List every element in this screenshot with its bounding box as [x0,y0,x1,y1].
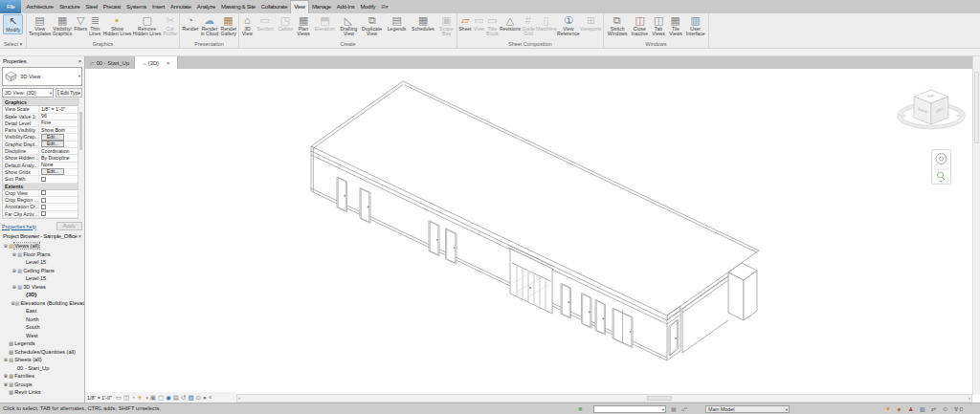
browser-item-east[interactable]: East [0,307,84,316]
browser-item-schedules-quantities-all-[interactable]: ▦Schedules/Quantities (all) [0,348,84,357]
revisions-button[interactable]: △Revisions [500,14,522,33]
three-d-view-button[interactable]: ⌂3D View [240,14,255,38]
reveal-hidden-icon[interactable]: ▨ [188,393,193,402]
duplicate-view-button[interactable]: ⧉Duplicate View [360,14,386,38]
browser-item-floor-plans[interactable]: ⊟▦Floor Plans [0,251,84,259]
plan-views-button[interactable]: ▦Plan Views [295,14,312,38]
matchline-button[interactable]: ▯Matchline [535,14,557,33]
close-inactive-button[interactable]: ◫Close Inactive [630,14,651,38]
legends-button[interactable]: ▤Legends [385,14,409,33]
visibility-graphics-button[interactable]: ▦Visibility/ Graphics [52,14,73,38]
property-value[interactable]: Edit... [39,168,79,175]
filters-button[interactable]: ▽Filters [73,14,88,33]
editable-only-icon[interactable]: ▼ [885,405,891,413]
rendering-dialog-icon[interactable]: ▣ [150,393,156,402]
scale-icon[interactable]: ▭ [116,393,122,402]
property-value[interactable]: None [39,162,79,168]
crop-view-icon[interactable]: ▢ [158,393,164,402]
browser-item-elevations-building-elevation-[interactable]: ⊟▦Elevations (Building Elevation) [0,299,84,308]
browser-item-sheets-all-[interactable]: ⊟▦Sheets (all) [0,356,84,364]
ribbon-tab-massing-site[interactable]: Massing & Site [218,0,258,13]
tab-views-button[interactable]: ◫Tab Views [651,14,667,38]
browser-item-3d-views[interactable]: ⊟▦3D Views [0,283,84,292]
scroll-left-icon[interactable]: ‹ [238,395,240,402]
view-tab-00-start-up[interactable]: ▱00 - Start_Up [85,56,135,69]
edit-button[interactable]: Edit... [41,134,64,141]
checkbox[interactable] [41,198,46,203]
tile-views-button[interactable]: ▦Tile Views [667,14,683,38]
schedules-button[interactable]: ▦Schedules [409,14,437,33]
design-option-combo[interactable]: Main Model▾ [705,405,790,413]
drafting-view-button[interactable]: ◺Drafting View [338,14,360,38]
hide-isolate-icon[interactable]: ↺ [181,393,186,402]
worksharing-display-icon[interactable]: ⊙ [196,393,201,402]
viewports-button[interactable]: ⊞Viewports [580,14,602,33]
remove-hidden-lines-button[interactable]: ▢Remove Hidden Lines [132,14,163,38]
ribbon-tab-precast[interactable]: Precast [100,0,123,13]
checkbox[interactable] [41,190,46,195]
view-on-sheet-button[interactable]: ▭View [473,14,486,33]
property-value[interactable]: Fine [39,120,79,126]
property-value[interactable] [39,176,79,183]
ribbon-tab-insert[interactable]: Insert [149,0,167,13]
browser-item-legends[interactable]: ▦Legends [0,339,84,348]
view-templates-button[interactable]: ▤View Templates [28,14,52,38]
browser-item--3d-[interactable]: {3D} [0,291,84,299]
property-value[interactable] [39,210,79,217]
guide-grid-button[interactable]: #Guide Grid [521,14,535,38]
section-button[interactable]: ▭Section [255,14,276,33]
editable-only-icon[interactable]: ▦ [671,405,677,413]
switch-windows-button[interactable]: ⧉Switch Windows [605,14,630,38]
ribbon-tab-modify[interactable]: Modify [357,0,378,13]
ribbon-tab-view[interactable]: View [290,0,309,13]
title-block-button[interactable]: ▭Title Block [486,14,500,38]
property-value[interactable] [39,189,79,196]
checkbox[interactable] [41,177,46,182]
browser-item-north[interactable]: North [0,316,84,324]
ribbon-tab-analyze[interactable]: Analyze [194,0,218,13]
temp-view-properties-icon[interactable]: ● [203,393,207,402]
browser-item-ceiling-plans[interactable]: ⊟▦Ceiling Plans [0,267,84,275]
browser-item-west[interactable]: West [0,332,84,340]
ribbon-tab-steel[interactable]: Steel [83,0,100,13]
property-value[interactable] [39,197,79,204]
link-icon[interactable]: ◈ [897,405,902,413]
drawing-area[interactable]: TOP BACK LEFT ▾ [85,69,972,395]
scroll-right-icon[interactable]: › [969,395,970,402]
properties-help-link[interactable]: Properties help [2,224,36,229]
property-value[interactable]: Coordination [39,148,79,155]
detail-level-icon[interactable]: ◫ [123,393,129,402]
modify-cursor-button[interactable]: ↖Modify [3,14,24,34]
visual-style-icon[interactable]: ◔ [131,393,135,402]
ribbon-tab-file[interactable]: File [0,0,21,13]
sheet-button[interactable]: ▱Sheet [458,14,473,33]
thin-lines-button[interactable]: ≣Thin Lines [88,14,101,38]
apply-button[interactable]: Apply [56,222,82,230]
lock-view-icon[interactable]: ▤ [173,393,179,402]
type-selector[interactable]: 3D View ▾ [2,67,82,86]
close-icon[interactable]: × [78,233,81,239]
properties-scrollbar[interactable] [78,104,83,220]
browser-item-revit-links[interactable]: ▦Revit Links [0,388,84,397]
render-in-cloud-button[interactable]: ☁Render in Cloud [199,14,219,38]
ribbon-tab-add-ins[interactable]: Add-Ins [334,0,358,13]
browser-item-views-all-[interactable]: ⊟▦Views (all) [0,242,84,251]
sun-path-icon[interactable]: ☀ [137,393,143,402]
browser-item-families[interactable]: ⊞▦Families [0,372,84,381]
view-tab--3d-[interactable]: ⌂{3D}× [135,56,178,69]
property-value[interactable]: 1/8" = 1'-0" [39,106,79,113]
view-reference-button[interactable]: ①View Reference [557,14,580,38]
checkbox[interactable] [41,211,46,216]
viewcube[interactable]: TOP BACK LEFT [894,81,980,153]
property-value[interactable]: Edit... [39,141,79,147]
user-interface-button[interactable]: ▥User Interface [683,14,707,38]
edit-type-button[interactable]: Edit Type [56,88,82,98]
edit-button[interactable]: Edit... [41,168,64,175]
panel-options-icon[interactable]: ⊟▾ [378,0,390,13]
horizontal-scrollbar[interactable]: ‹› [236,394,972,403]
elevation-button[interactable]: ⬒Elevation [312,14,338,33]
browser-item-00-start-up[interactable]: 00 - Start_Up [0,364,84,373]
displaced-elements-icon[interactable]: « [209,393,212,402]
ribbon-tab-structure[interactable]: Structure [56,0,83,13]
property-value[interactable]: Edit... [39,134,79,141]
